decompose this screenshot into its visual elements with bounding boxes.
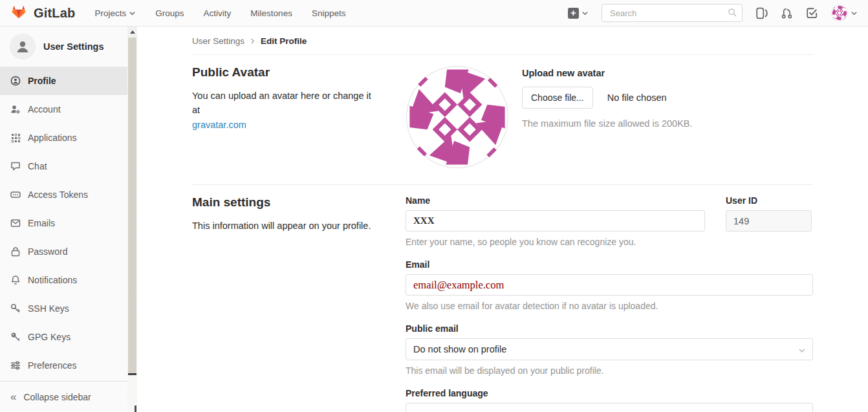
chevron-right-icon: [250, 38, 255, 44]
account-icon: [10, 104, 21, 114]
upload-new-avatar-title: Upload new avatar: [522, 68, 693, 78]
nav-projects[interactable]: Projects: [95, 8, 136, 18]
name-field[interactable]: [406, 210, 705, 232]
logo-text: GitLab: [34, 6, 76, 21]
chevron-down-icon: [798, 346, 806, 356]
email-help-text: We also use email for avatar detection i…: [406, 301, 813, 311]
public-email-help-text: This email will be displayed on your pub…: [406, 365, 813, 376]
name-label: Name: [406, 195, 705, 206]
profile-icon: [10, 76, 21, 86]
gitlab-logo[interactable]: GitLab: [10, 4, 76, 23]
main-content: User Settings Edit Profile Public Avatar…: [137, 27, 868, 412]
public-avatar-title: Public Avatar: [192, 65, 380, 80]
password-icon: [10, 246, 21, 257]
gpg-keys-icon: [10, 332, 21, 342]
name-help-text: Enter your name, so people you know can …: [406, 237, 705, 247]
breadcrumb-current: Edit Profile: [261, 36, 307, 46]
search-icon: [728, 8, 737, 20]
user-id-field: [726, 210, 812, 232]
public-avatar-section: Public Avatar You can upload an avatar h…: [192, 55, 813, 169]
scrollbar-notch: [135, 406, 136, 412]
scrollbar-up-arrow-icon[interactable]: [127, 27, 137, 38]
sidebar-item-label: SSH Keys: [28, 303, 69, 314]
public-email-selected-value: Do not show on profile: [413, 344, 506, 354]
preferences-icon: [10, 360, 21, 371]
preferred-language-select[interactable]: [406, 403, 813, 412]
main-settings-description: This information will appear on your pro…: [192, 219, 380, 233]
email-field[interactable]: [406, 274, 813, 296]
sidebar-item-label: Preferences: [28, 360, 76, 371]
no-file-chosen-text: No file chosen: [607, 92, 667, 103]
sidebar-item-access-tokens[interactable]: Access Tokens: [0, 180, 127, 209]
sidebar-item-emails[interactable]: Emails: [0, 209, 127, 237]
public-email-label: Public email: [406, 323, 813, 334]
gravatar-link[interactable]: gravatar.com: [192, 120, 246, 130]
top-navbar: GitLab Projects Groups Activity Mileston…: [0, 0, 868, 27]
chat-icon: [10, 161, 21, 171]
chevron-down-icon: [851, 10, 858, 17]
sidebar-item-applications[interactable]: Applications: [0, 124, 127, 152]
sidebar-item-label: Chat: [28, 161, 47, 171]
user-settings-avatar-icon: [10, 34, 36, 60]
nav-activity[interactable]: Activity: [204, 8, 232, 18]
top-nav-links: Projects Groups Activity Milestones Snip…: [95, 8, 346, 18]
sidebar-item-label: Notifications: [28, 275, 77, 285]
sidebar-item-gpg-keys[interactable]: GPG Keys: [0, 323, 127, 351]
breadcrumb-parent[interactable]: User Settings: [192, 36, 244, 46]
emails-icon: [10, 218, 21, 228]
collapse-sidebar-button[interactable]: « Collapse sidebar: [0, 381, 127, 412]
angle-double-left-icon: «: [10, 391, 16, 402]
user-id-label: User ID: [726, 195, 812, 206]
todos-icon[interactable]: [806, 7, 818, 19]
user-avatar: [831, 5, 848, 21]
access-tokens-icon: [10, 190, 21, 200]
sidebar-item-label: Access Tokens: [28, 190, 88, 200]
sidebar-item-label: Password: [28, 246, 67, 257]
choose-file-button[interactable]: Choose file...: [522, 87, 593, 109]
nav-groups[interactable]: Groups: [155, 8, 184, 18]
sidebar-item-label: Emails: [28, 218, 55, 228]
sidebar-item-label: GPG Keys: [28, 332, 71, 342]
sidebar-item-chat[interactable]: Chat: [0, 152, 127, 180]
sidebar-item-notifications[interactable]: Notifications: [0, 266, 127, 294]
new-dropdown-button[interactable]: +: [568, 8, 589, 19]
sidebar-item-preferences[interactable]: Preferences: [0, 351, 127, 380]
sidebar-title: User Settings: [43, 41, 103, 52]
tanuki-icon: [10, 4, 27, 23]
ssh-keys-icon: [10, 303, 21, 314]
public-email-select[interactable]: Do not show on profile: [406, 338, 813, 360]
plus-icon: +: [568, 8, 579, 19]
sidebar-item-account[interactable]: Account: [0, 95, 127, 124]
chevron-down-icon: [581, 10, 589, 17]
sidebar-item-profile[interactable]: Profile: [0, 67, 127, 95]
breadcrumb: User Settings Edit Profile: [192, 27, 813, 55]
sidebar-item-label: Account: [28, 104, 61, 114]
main-settings-title: Main settings: [192, 195, 380, 210]
nav-milestones[interactable]: Milestones: [250, 8, 292, 18]
sidebar-item-password[interactable]: Password: [0, 237, 127, 266]
preferred-language-label: Preferred language: [406, 388, 813, 398]
sidebar-item-ssh-keys[interactable]: SSH Keys: [0, 294, 127, 323]
notifications-icon: [10, 275, 21, 285]
chevron-down-icon: [129, 10, 136, 17]
issues-icon[interactable]: [755, 7, 768, 19]
user-menu[interactable]: [831, 5, 858, 21]
public-avatar-description: You can upload an avatar here or change …: [192, 91, 371, 115]
max-file-size-text: The maximum file size allowed is 200KB.: [522, 118, 693, 129]
sidebar-item-label: Applications: [28, 133, 77, 143]
sidebar-scrollbar[interactable]: [127, 27, 137, 412]
nav-snippets[interactable]: Snippets: [312, 8, 346, 18]
profile-avatar-image: [406, 65, 509, 169]
sidebar-scrollbar-thumb[interactable]: [128, 38, 136, 375]
email-label: Email: [406, 259, 813, 270]
search-input[interactable]: [602, 4, 743, 22]
main-settings-section: Main settings This information will appe…: [192, 185, 813, 412]
global-search: [602, 4, 743, 22]
collapse-sidebar-label: Collapse sidebar: [23, 392, 91, 402]
sidebar-item-label: Profile: [28, 76, 56, 86]
merge-requests-icon[interactable]: [781, 7, 793, 19]
sidebar-header: User Settings: [0, 27, 127, 67]
settings-sidebar: User Settings Profile Account Applicatio…: [0, 27, 137, 412]
applications-icon: [10, 133, 21, 143]
